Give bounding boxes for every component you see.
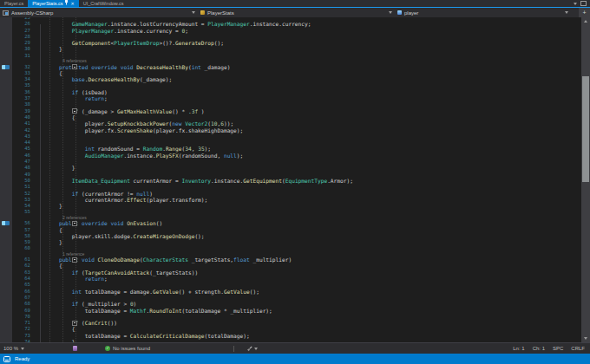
code-text[interactable] (46, 184, 581, 190)
code-line[interactable]: 32 protected override void DecreaseHealt… (0, 64, 581, 70)
code-text[interactable] (46, 282, 581, 288)
editor-split-handle[interactable]: + (579, 8, 590, 17)
code-line[interactable]: 70 (0, 314, 581, 320)
code-text[interactable]: if (_damage > GetMaxHealthValue() * .3f … (46, 108, 581, 114)
code-line[interactable]: 64 return; (0, 276, 581, 282)
code-line[interactable]: 66 int totalDamage = damage.GetValue() +… (0, 289, 581, 295)
indicator-margin[interactable] (0, 333, 12, 339)
code-text[interactable] (46, 140, 581, 146)
code-text[interactable] (46, 53, 581, 59)
code-line[interactable]: 52 if (currentArmor != null) (0, 191, 581, 197)
scrollbar-up-arrow-icon[interactable] (584, 20, 587, 23)
tab-playerstats-cs[interactable]: PlayerStats.cs✕ (28, 0, 78, 7)
code-line[interactable]: 33 { (0, 70, 581, 76)
indicator-margin[interactable] (0, 326, 12, 332)
code-line[interactable]: 45 int randomSound = Random.Range(34, 35… (0, 146, 581, 152)
indicator-margin[interactable] (0, 76, 12, 82)
code-text[interactable]: int totalDamage = damage.GetValue() + st… (46, 289, 581, 295)
code-line[interactable]: 31 (0, 53, 581, 59)
code-line[interactable]: 43 (0, 133, 581, 140)
code-line[interactable]: 72 { (0, 326, 581, 332)
indicator-margin[interactable] (0, 40, 12, 46)
indicator-margin[interactable] (0, 28, 12, 34)
scrollbar-thumb[interactable] (582, 76, 589, 182)
fold-toggle-icon[interactable] (72, 221, 77, 226)
code-line[interactable]: 38 (0, 101, 581, 107)
code-text[interactable]: return; (46, 276, 581, 282)
code-line[interactable]: 41 player.SetupKnockbackPower(new Vector… (0, 120, 581, 127)
indicator-margin[interactable] (0, 172, 12, 178)
indicator-margin[interactable] (0, 270, 12, 276)
code-line[interactable]: 37 return; (0, 95, 581, 101)
indicator-margin[interactable] (0, 227, 12, 233)
indicator-margin[interactable] (0, 282, 12, 288)
close-icon[interactable]: ✕ (70, 2, 74, 6)
code-text[interactable]: totalDamage = Mathf.RoundToInt(totalDama… (46, 308, 581, 314)
file-health-indicator[interactable]: ✓ No issues found (105, 346, 150, 351)
indicator-margin[interactable] (0, 120, 12, 127)
code-text[interactable]: } (46, 339, 581, 342)
indicator-margin[interactable] (0, 165, 12, 171)
code-line[interactable]: 58 player.skill.dodge.CreateMirageOnDodg… (0, 233, 581, 239)
tab-ui-craftwindow-cs[interactable]: UI_CraftWindow.cs (79, 0, 128, 7)
code-text[interactable] (46, 82, 581, 88)
indicator-margin[interactable] (0, 295, 12, 301)
tab-player-cs[interactable]: Player.cs (0, 0, 28, 7)
indicator-margin[interactable] (0, 203, 12, 209)
code-text[interactable]: player.fx.ScreenShake(player.fx.shakeHig… (46, 127, 581, 133)
code-text[interactable]: GameManager.instance.lostCurrencyAmount … (46, 21, 581, 27)
indicator-margin[interactable] (0, 70, 12, 76)
code-text[interactable]: public override void OnEvasion() (46, 220, 581, 226)
code-line[interactable]: 35 (0, 82, 581, 88)
indicator-margin[interactable] (0, 314, 12, 320)
code-line[interactable]: 26 GameManager.instance.lostCurrencyAmou… (0, 21, 581, 27)
indicator-margin[interactable] (0, 127, 12, 133)
code-text[interactable]: } (46, 239, 581, 245)
indicator-margin[interactable] (0, 308, 12, 314)
indicator-margin[interactable] (0, 133, 12, 140)
code-line[interactable]: 34 base.DecreaseHealthBy(_damage); (0, 76, 581, 82)
code-line[interactable]: 65 (0, 282, 581, 288)
code-text[interactable]: } (46, 46, 581, 52)
pin-icon[interactable] (64, 0, 69, 7)
indicator-margin[interactable] (0, 153, 12, 159)
scrollbar-down-arrow-icon[interactable] (584, 337, 587, 340)
code-line[interactable]: 73 totalDamage = CalculateCriticalDamage… (0, 333, 581, 339)
vertical-scrollbar[interactable] (581, 17, 590, 342)
code-line[interactable]: 63 if (TargetCanAvoidAttack(_targetStats… (0, 270, 581, 276)
indicator-margin[interactable] (0, 245, 12, 251)
indicator-margin[interactable] (0, 89, 12, 95)
indicator-margin[interactable] (0, 178, 12, 184)
fold-toggle-icon[interactable] (72, 321, 77, 326)
indicator-margin[interactable] (0, 101, 12, 107)
code-text[interactable] (46, 159, 581, 165)
code-text[interactable]: totalDamage = CalculateCriticalDamage(to… (46, 333, 581, 339)
indicator-margin[interactable] (0, 34, 12, 40)
code-text[interactable]: if (TargetCanAvoidAttack(_targetStats)) (46, 270, 581, 276)
indicator-margin[interactable] (0, 191, 12, 197)
code-text[interactable]: public void CloneDoDamage(CharacterStats… (46, 257, 581, 263)
code-line[interactable]: 57 { (0, 227, 581, 233)
indicator-margin[interactable] (0, 21, 12, 27)
indicator-margin[interactable] (0, 95, 12, 101)
code-line[interactable]: 53 currentArmor.Effect(player.transform)… (0, 197, 581, 203)
code-text[interactable]: { (46, 114, 581, 120)
code-text[interactable]: currentArmor.Effect(player.transform); (46, 197, 581, 203)
code-line[interactable]: 46 AudioManager.instance.PlaySFX(randomS… (0, 153, 581, 159)
indicator-margin[interactable] (0, 233, 12, 239)
code-text[interactable]: return; (46, 95, 581, 101)
window-list-chevron-icon[interactable] (574, 3, 577, 5)
code-text[interactable] (46, 172, 581, 178)
code-line[interactable]: 42 player.fx.ScreenShake(player.fx.shake… (0, 127, 581, 133)
code-text[interactable]: GetComponent<PlayerItemDrop>()?.Generate… (46, 40, 581, 46)
code-text[interactable]: { (46, 227, 581, 233)
code-line[interactable]: 47 (0, 159, 581, 165)
indicator-margin[interactable] (0, 320, 12, 326)
indicator-margin[interactable] (0, 209, 12, 215)
code-line[interactable]: 61 public void CloneDoDamage(CharacterSt… (0, 257, 581, 263)
code-line[interactable]: 55 (0, 209, 581, 215)
indicator-margin[interactable] (0, 114, 12, 120)
indicator-margin[interactable] (0, 159, 12, 165)
project-dropdown-chevron-icon[interactable] (192, 11, 195, 14)
code-line[interactable]: 59 } (0, 239, 581, 245)
